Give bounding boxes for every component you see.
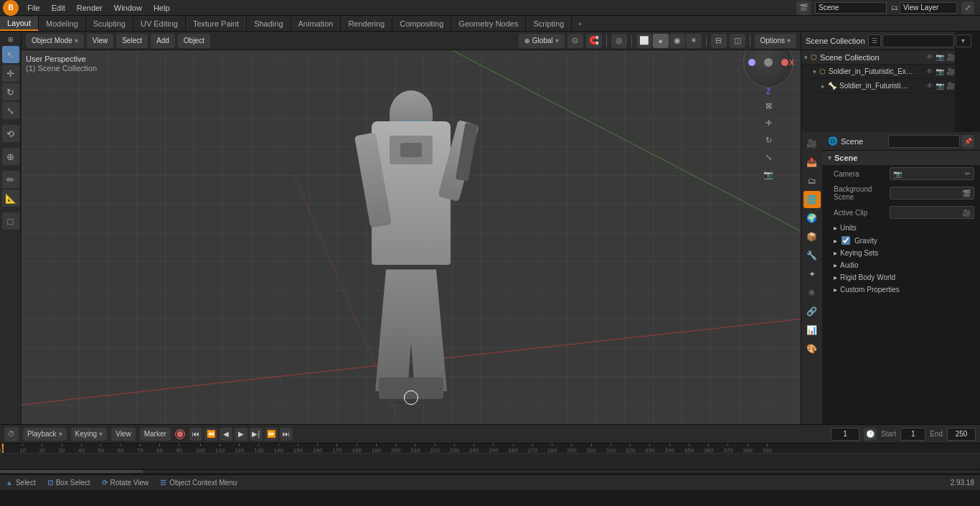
- camera-gizmo-btn[interactable]: 📷: [760, 167, 776, 182]
- menu-render[interactable]: Render: [71, 2, 108, 14]
- physics-props-btn[interactable]: ⚛: [804, 284, 821, 301]
- nav-dot-z[interactable]: [748, 59, 755, 66]
- scene-section[interactable]: ▾ Scene: [822, 151, 980, 165]
- tab-sculpting[interactable]: Sculpting: [86, 17, 133, 30]
- soldier-col-eye[interactable]: 👁: [926, 67, 933, 75]
- armature-cam[interactable]: 📷: [936, 82, 944, 90]
- timeline-type-btn[interactable]: ⏱: [4, 427, 19, 441]
- step-back-btn[interactable]: ◀: [220, 428, 232, 441]
- scene-name-input[interactable]: [815, 2, 887, 14]
- move-tool[interactable]: ✛: [2, 65, 19, 82]
- record-btn[interactable]: [175, 429, 185, 439]
- soldier-figure[interactable]: [347, 90, 476, 399]
- nav-dot-center[interactable]: [764, 58, 773, 67]
- outliner-armature-item[interactable]: ▸ 🦴 Soldier_in_Futuristic_Exos 👁 📷 🎥: [801, 79, 955, 93]
- outliner-filter-btn[interactable]: ☰: [868, 34, 881, 47]
- scale-tool[interactable]: ⤡: [2, 102, 19, 119]
- add-primitive-tool[interactable]: □: [2, 212, 19, 230]
- tab-modeling[interactable]: Modeling: [39, 17, 86, 30]
- solid-shading-btn[interactable]: ●: [653, 34, 669, 48]
- jump-next-key-btn[interactable]: ⏩: [265, 428, 278, 441]
- output-props-btn[interactable]: 📤: [804, 154, 821, 171]
- modifier-props-btn[interactable]: 🔧: [804, 247, 821, 264]
- snap-btn[interactable]: 🧲: [586, 34, 602, 48]
- transform-tool[interactable]: ⟲: [2, 125, 19, 142]
- timeline-scrollbar[interactable]: [0, 469, 980, 474]
- rotate-tool[interactable]: ↻: [2, 83, 19, 100]
- menu-help[interactable]: Help: [148, 2, 176, 14]
- outliner-filter2-btn[interactable]: ▼: [956, 34, 971, 47]
- step-forward-btn[interactable]: ▶|: [250, 428, 263, 441]
- rendered-shading-btn[interactable]: ☀: [686, 34, 702, 48]
- jump-start-btn[interactable]: ⏮: [189, 428, 202, 441]
- world-props-btn[interactable]: 🌍: [804, 210, 821, 227]
- outliner-soldier-collection[interactable]: ▾ ⬡ Soldier_in_Futuristic_Exoskele 👁 📷 🎥: [801, 65, 955, 79]
- tab-shading[interactable]: Shading: [247, 17, 291, 30]
- object-menu[interactable]: Object: [178, 34, 210, 48]
- tab-layout[interactable]: Layout: [0, 17, 39, 31]
- timeline-ruler[interactable]: // This will be populated by JS below 01…: [0, 444, 980, 474]
- jump-prev-key-btn[interactable]: ⏪: [204, 428, 217, 441]
- camera-pick-btn[interactable]: ✏: [965, 170, 971, 177]
- perspective-ortho-btn[interactable]: ⊠: [760, 98, 776, 113]
- camera-prop-value[interactable]: 📷 ✏: [890, 167, 974, 180]
- time-display-btn[interactable]: 🕐: [864, 428, 877, 441]
- measure-tool[interactable]: 📐: [2, 189, 19, 207]
- tab-rendering[interactable]: Rendering: [341, 17, 392, 30]
- view-layer-input[interactable]: [900, 2, 957, 14]
- select-tool[interactable]: ↖: [2, 46, 19, 63]
- tab-animation[interactable]: Animation: [291, 17, 341, 30]
- play-btn[interactable]: ▶: [235, 428, 248, 441]
- viewport-3d[interactable]: Object Mode ▾ View Select Add Object ⊕ G…: [22, 32, 801, 424]
- tab-scripting[interactable]: Scripting: [526, 17, 572, 30]
- frame-end-input[interactable]: 250: [947, 428, 976, 441]
- scene-collection-cam[interactable]: 📷: [936, 53, 944, 61]
- scene-icon-btn[interactable]: 🎬: [796, 1, 811, 15]
- scene-collection-render[interactable]: 🎥: [946, 53, 955, 61]
- tab-compositing[interactable]: Compositing: [392, 17, 451, 30]
- jump-end-btn[interactable]: ⏭: [280, 428, 293, 441]
- fullscreen-btn[interactable]: ⤢: [961, 1, 974, 14]
- object-props-btn[interactable]: 📦: [804, 228, 821, 245]
- marker-menu[interactable]: Marker: [140, 428, 171, 441]
- viewport-nav-gizmo[interactable]: X Y Z ⊠ ✛ ↻ ⤡ 📷: [743, 37, 793, 182]
- constraint-props-btn[interactable]: 🔗: [804, 303, 821, 320]
- pivot-btn[interactable]: ⊙: [567, 34, 583, 48]
- playback-menu[interactable]: Playback ▾: [23, 428, 67, 441]
- outliner-scene-collection[interactable]: ▾ ⬡ Scene Collection 👁 📷 🎥: [801, 50, 955, 65]
- material-shading-btn[interactable]: ◉: [669, 34, 685, 48]
- nav-dot-x[interactable]: [781, 59, 788, 66]
- armature-render[interactable]: 🎥: [946, 82, 955, 90]
- wireframe-shading-btn[interactable]: ⬜: [636, 34, 652, 48]
- tab-uv-editing[interactable]: UV Editing: [133, 17, 186, 30]
- menu-edit[interactable]: Edit: [46, 2, 71, 14]
- props-search-input[interactable]: [888, 135, 960, 148]
- active-clip-value[interactable]: 🎥: [890, 206, 974, 219]
- particles-props-btn[interactable]: ✦: [804, 266, 821, 283]
- props-pin-btn[interactable]: 📌: [961, 135, 974, 148]
- mode-selector[interactable]: ⊞: [6, 34, 15, 44]
- add-workspace-btn[interactable]: +: [572, 17, 588, 30]
- render-props-btn[interactable]: 🎥: [804, 135, 821, 152]
- gravity-checkbox[interactable]: [842, 236, 850, 245]
- background-scene-icon[interactable]: 🎬: [962, 189, 971, 197]
- object-mode-dropdown[interactable]: Object Mode ▾: [26, 34, 84, 48]
- overlay-btn[interactable]: ⊟: [711, 34, 727, 48]
- timeline-view-menu[interactable]: View: [111, 428, 136, 441]
- gizmo-scale-btn[interactable]: ⤡: [760, 149, 776, 165]
- keying-menu[interactable]: Keying ▾: [71, 428, 108, 441]
- material-props-btn[interactable]: 🎨: [804, 340, 821, 357]
- armature-eye[interactable]: 👁: [926, 82, 933, 90]
- menu-window[interactable]: Window: [108, 2, 148, 14]
- scene-props-btn[interactable]: 🌐: [804, 191, 821, 208]
- gizmo-move-btn[interactable]: ✛: [760, 115, 776, 131]
- audio-section[interactable]: ▸ Audio: [822, 259, 980, 271]
- keying-sets-section[interactable]: ▸ Keying Sets: [822, 247, 980, 259]
- units-section[interactable]: ▸ Units: [822, 222, 980, 234]
- tab-geometry-nodes[interactable]: Geometry Nodes: [451, 17, 526, 30]
- active-clip-icon[interactable]: 🎥: [962, 209, 971, 217]
- transform-orientation[interactable]: ⊕ Global ▾: [519, 34, 565, 48]
- current-frame-input[interactable]: 1: [831, 428, 859, 441]
- soldier-col-cam[interactable]: 📷: [936, 67, 944, 75]
- annotate-tool[interactable]: ✏: [2, 171, 19, 188]
